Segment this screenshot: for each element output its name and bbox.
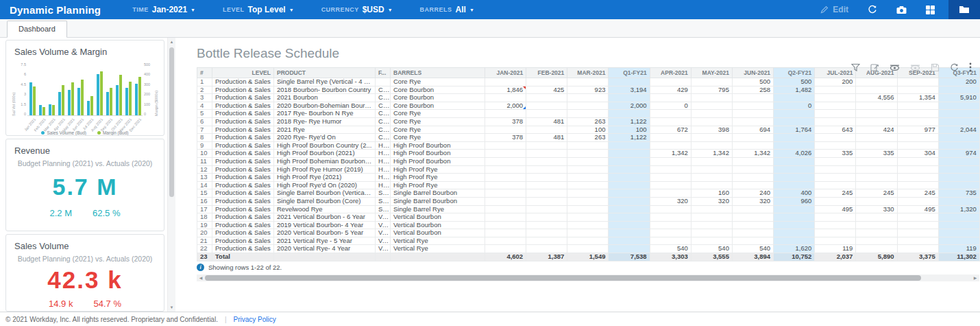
cell[interactable]: 2,037 xyxy=(815,253,856,261)
cell-product[interactable]: 2019 Vertical Bourbon- 4 Year xyxy=(274,221,376,229)
cell[interactable] xyxy=(609,141,650,150)
cell[interactable] xyxy=(526,165,567,174)
cell-product[interactable]: 2021 Rye xyxy=(274,126,376,134)
cell[interactable] xyxy=(938,157,979,165)
cell-product[interactable]: 2020 Vertical Bourbon- 5 Year xyxy=(274,229,376,237)
cell-barrels[interactable]: High Proof Bourbon xyxy=(391,150,485,158)
cell[interactable] xyxy=(897,86,938,94)
column-header-apr-2021[interactable]: APR-2021 xyxy=(650,68,691,78)
cell[interactable]: 1,846 xyxy=(485,86,526,94)
cell[interactable]: 320 xyxy=(732,197,773,205)
cell[interactable] xyxy=(609,78,650,86)
column-header-mar-2021[interactable]: MAR-2021 xyxy=(567,68,609,78)
cell[interactable] xyxy=(609,213,650,222)
cell[interactable]: 245 xyxy=(897,189,938,198)
cell[interactable] xyxy=(815,165,856,174)
cell[interactable] xyxy=(567,102,609,110)
cell[interactable]: 540 xyxy=(732,245,773,253)
cell[interactable]: 1,342 xyxy=(650,150,691,158)
cell[interactable] xyxy=(526,110,567,118)
cell[interactable] xyxy=(650,165,691,174)
cell-level[interactable]: Production & Sales xyxy=(212,229,274,237)
cell-level[interactable]: Production & Sales xyxy=(212,174,274,182)
cell[interactable] xyxy=(815,117,856,126)
cell[interactable] xyxy=(526,126,567,134)
tab-dashboard[interactable]: Dashboard xyxy=(7,21,67,38)
cell[interactable] xyxy=(856,78,897,86)
cell[interactable] xyxy=(567,78,609,86)
cell[interactable] xyxy=(485,205,526,213)
cell[interactable]: 1,482 xyxy=(774,86,815,94)
cell[interactable] xyxy=(567,245,609,253)
scroll-left-arrow-icon[interactable]: ◀ xyxy=(197,275,205,281)
cell[interactable] xyxy=(485,110,526,118)
cell[interactable]: 4,556 xyxy=(856,94,897,102)
cell[interactable]: 3,555 xyxy=(691,253,732,261)
cell[interactable] xyxy=(774,181,815,189)
cell[interactable] xyxy=(856,213,897,222)
cell[interactable] xyxy=(485,126,526,134)
cell[interactable] xyxy=(485,165,526,174)
cell[interactable] xyxy=(567,174,609,182)
cell[interactable]: 1,320 xyxy=(938,205,979,213)
cell[interactable]: 540 xyxy=(650,245,691,253)
cell[interactable] xyxy=(609,245,650,253)
cell[interactable]: 335 xyxy=(856,150,897,158)
cell[interactable] xyxy=(856,181,897,189)
cell-f[interactable]: C... xyxy=(376,110,391,118)
cell[interactable]: 735 xyxy=(938,189,979,198)
cell-product[interactable]: 2021 Bourbon xyxy=(274,94,376,102)
cell[interactable] xyxy=(732,110,773,118)
cell[interactable] xyxy=(485,78,526,86)
cell-f[interactable]: C... xyxy=(376,86,391,94)
cell[interactable]: 2,044 xyxy=(938,126,979,134)
cell-barrels[interactable]: Vertical Bourbon xyxy=(391,229,485,237)
cell-level[interactable]: Production & Sales xyxy=(212,150,274,158)
cell[interactable] xyxy=(485,197,526,205)
cell-barrels[interactable]: Vertical Bourbon xyxy=(391,221,485,229)
cell[interactable]: 398 xyxy=(691,126,732,134)
cell[interactable] xyxy=(526,150,567,158)
cell[interactable]: 10,752 xyxy=(774,253,815,261)
cell-level[interactable]: Production & Sales xyxy=(212,86,274,94)
cell-f[interactable]: H... xyxy=(376,181,391,189)
cell-product[interactable]: High Proof Rye (2021) xyxy=(274,174,376,182)
cell-level[interactable]: Production & Sales xyxy=(212,205,274,213)
cell[interactable]: 977 xyxy=(897,126,938,134)
cell[interactable]: 3,194 xyxy=(609,86,650,94)
cell[interactable] xyxy=(650,174,691,182)
cell-f[interactable]: H... xyxy=(376,174,391,182)
refresh-icon[interactable] xyxy=(950,63,959,72)
cell[interactable] xyxy=(774,94,815,102)
cell[interactable] xyxy=(815,213,856,222)
cell[interactable] xyxy=(815,94,856,102)
cell[interactable] xyxy=(526,181,567,189)
cell[interactable] xyxy=(691,174,732,182)
cell[interactable]: 100 xyxy=(609,126,650,134)
cell[interactable] xyxy=(567,141,609,150)
cell-product[interactable]: 2021 Vertical Bourbon - 6 Year xyxy=(274,213,376,222)
cell[interactable] xyxy=(609,110,650,118)
cell[interactable] xyxy=(567,189,609,198)
cell-product[interactable]: High Proof Bohemian Bourbon ... xyxy=(274,157,376,165)
cell[interactable] xyxy=(609,237,650,245)
cell-barrels[interactable]: Core Bourbon xyxy=(391,94,485,102)
cell-f[interactable]: V... xyxy=(376,221,391,229)
edit-button[interactable]: Edit xyxy=(820,5,848,14)
cell[interactable] xyxy=(691,141,732,150)
cell[interactable] xyxy=(526,213,567,222)
cell-level[interactable]: Production & Sales xyxy=(212,134,274,142)
cell[interactable]: 495 xyxy=(815,205,856,213)
cell[interactable] xyxy=(526,245,567,253)
cell[interactable] xyxy=(567,181,609,189)
cell[interactable] xyxy=(650,237,691,245)
cell-level[interactable]: Production & Sales xyxy=(212,126,274,134)
cell[interactable] xyxy=(732,174,773,182)
cell[interactable] xyxy=(897,213,938,222)
cell[interactable] xyxy=(485,213,526,222)
cell[interactable] xyxy=(650,110,691,118)
cell[interactable] xyxy=(650,221,691,229)
cell-product[interactable]: 2017 Rye- Bourbon N Rye xyxy=(274,110,376,118)
cell[interactable] xyxy=(856,197,897,205)
cell[interactable] xyxy=(815,197,856,205)
